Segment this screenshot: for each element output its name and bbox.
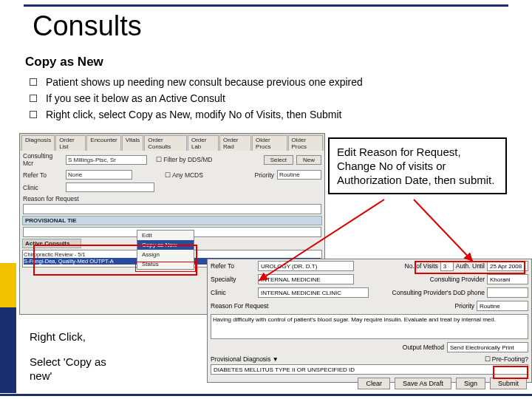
priority-label: Priority bbox=[455, 302, 474, 310]
refer-label: Refer To bbox=[23, 171, 63, 179]
provdx-input[interactable]: DIABETES MELLITUS TYPE II OR UNSPECIFIED… bbox=[211, 364, 528, 375]
tab[interactable]: Order Consults bbox=[144, 135, 187, 151]
refer-label: Refer To bbox=[211, 262, 255, 270]
clinic-label: Clinic bbox=[211, 289, 255, 296]
phone-label: Consulting Provider's DoD phone bbox=[392, 289, 485, 296]
tab[interactable]: Order Lab bbox=[188, 135, 219, 151]
rule-top bbox=[24, 4, 508, 7]
slide-subtitle: Copy as New bbox=[25, 55, 103, 69]
anymcds-checkbox[interactable]: ☐ Any MCDS bbox=[165, 171, 203, 179]
caption-select-copy: Select 'Copy as new' bbox=[30, 355, 111, 383]
refer-input[interactable]: UROLOGY (DR. D.T) bbox=[258, 261, 354, 271]
filter-checkbox[interactable]: ☐ Filter by DDS/MD bbox=[156, 156, 212, 163]
clear-button[interactable]: Clear bbox=[358, 378, 390, 389]
phone-input[interactable] bbox=[487, 287, 528, 298]
caption-right-click: Right Click, bbox=[30, 330, 86, 344]
bullet-list: Patient shows up needing new consult bec… bbox=[30, 74, 363, 123]
svg-line-1 bbox=[414, 200, 473, 262]
tab-bar: Diagnosis Order List Encounter Vitals Or… bbox=[20, 134, 324, 151]
specialty-input[interactable]: INTERNAL MEDICINE bbox=[258, 274, 354, 284]
priority-label: Priority bbox=[255, 171, 274, 179]
submit-button[interactable]: Submit bbox=[490, 378, 527, 389]
slide-title: Consults bbox=[33, 10, 142, 42]
consulting-value[interactable]: S Millings-Ptsc, Sr bbox=[66, 155, 147, 165]
reason-label: Reason for Request bbox=[23, 195, 97, 202]
tab[interactable]: Order List bbox=[55, 135, 86, 151]
consult-detail-window: Refer To UROLOGY (DR. D.T) No. of Visits… bbox=[207, 259, 532, 383]
tab[interactable]: Older Procs bbox=[252, 135, 287, 151]
sign-button[interactable]: Sign bbox=[456, 378, 485, 389]
reason-label: Reason For Request bbox=[211, 302, 277, 310]
provisional-header: PROVISIONAL TIE bbox=[22, 216, 322, 225]
callout-box: Edit Reason for Request, Change No of vi… bbox=[328, 137, 507, 194]
output-input[interactable]: Send Electronically Print bbox=[447, 342, 528, 352]
save-draft-button[interactable]: Save As Draft bbox=[395, 378, 451, 389]
highlight-novisits-auth bbox=[415, 261, 525, 274]
new-button[interactable]: New bbox=[296, 155, 321, 165]
clinic-input[interactable] bbox=[66, 183, 154, 192]
provdx-label[interactable]: Provisional Diagnosis ▼ bbox=[211, 355, 292, 363]
reason-input[interactable] bbox=[23, 204, 321, 214]
clinic-label: Clinic bbox=[23, 184, 63, 191]
tab[interactable]: Vitals bbox=[122, 135, 143, 151]
highlight-copy-as-new bbox=[135, 262, 196, 272]
clinic-input[interactable]: INTERNAL MEDICINE CLINIC bbox=[258, 287, 369, 298]
tab[interactable]: Diagnosis bbox=[21, 135, 55, 151]
prefoot-checkbox[interactable]: ☐ Pre-Footing? bbox=[485, 355, 529, 363]
priority-input[interactable]: Routine bbox=[277, 170, 321, 180]
rule-bottom bbox=[0, 394, 532, 396]
accent-bar bbox=[0, 263, 16, 393]
bullet-item: Patient shows up needing new consult bec… bbox=[30, 74, 363, 90]
consprov-label: Consulting Provider bbox=[430, 276, 485, 283]
tab[interactable]: Order Rad bbox=[219, 135, 251, 151]
output-label: Output Method bbox=[403, 344, 444, 351]
tab[interactable]: Older Procs bbox=[288, 135, 323, 151]
highlight-submit bbox=[493, 366, 528, 379]
bullet-item: Right click, select Copy as New, modify … bbox=[30, 106, 363, 123]
reason-textarea[interactable]: Having difficulty with control of patien… bbox=[211, 314, 528, 339]
arrow-icon bbox=[384, 195, 488, 269]
select-button[interactable]: Select bbox=[264, 155, 293, 165]
priority-input[interactable]: Routine bbox=[477, 301, 528, 311]
consprov-input[interactable]: Khorani bbox=[487, 274, 528, 284]
tab[interactable]: Encounter bbox=[86, 135, 120, 151]
consulting-label: Consulting Mcr bbox=[23, 152, 63, 167]
menu-edit[interactable]: Edit bbox=[137, 231, 194, 240]
refer-input[interactable]: None bbox=[66, 170, 132, 180]
bullet-item: If you see it below as an Active Consult bbox=[30, 90, 363, 106]
specialty-label: Specialty bbox=[211, 276, 255, 283]
